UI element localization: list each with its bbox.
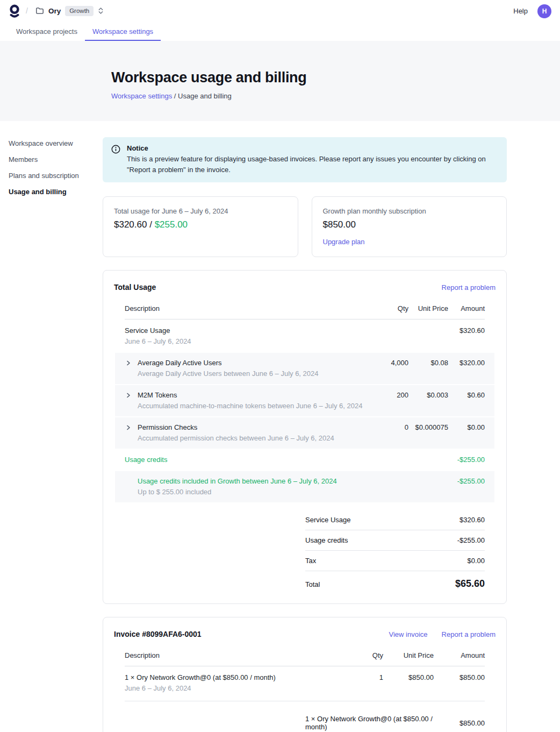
chevron-up-down-icon (98, 7, 104, 15)
summary-row-service-usage: Service Usage $320.60 (305, 510, 485, 530)
workspace-tabs: Workspace projects Workspace settings (0, 22, 560, 41)
summary-label: Usage credits (305, 536, 348, 544)
summary-value: $850.00 (460, 719, 485, 727)
row-title: Usage credits (125, 456, 363, 464)
row-subtext: June 6 – July 6, 2024 (125, 684, 338, 693)
sidebar-item-members[interactable]: Members (9, 153, 103, 166)
row-qty: 0 (363, 423, 408, 432)
summary-row-total: Total $65.60 (305, 571, 485, 589)
ory-logo[interactable] (9, 4, 20, 18)
usage-row-daily-active-users[interactable]: Average Daily Active Users Average Daily… (115, 353, 494, 384)
main-content: Notice This is a preview feature for dis… (103, 137, 507, 732)
col-qty: Qty (363, 300, 408, 319)
subscription-card: Growth plan monthly subscription $850.00… (312, 196, 507, 257)
summary-label: Service Usage (305, 516, 351, 524)
invoice-panel: Invoice #8099AFA6-0001 View invoice Repo… (103, 617, 507, 732)
panel-title: Total Usage (114, 283, 156, 292)
summary-cards: Total usage for June 6 – July 6, 2024 $3… (103, 196, 507, 257)
view-invoice-link[interactable]: View invoice (389, 630, 428, 638)
tab-workspace-projects[interactable]: Workspace projects (9, 22, 85, 41)
upgrade-plan-link[interactable]: Upgrade plan (323, 238, 365, 246)
row-unit-price: $0.08 (408, 359, 448, 367)
notice-banner: Notice This is a preview feature for dis… (103, 137, 507, 182)
row-unit-price: $0.003 (408, 391, 448, 400)
help-link[interactable]: Help (513, 7, 528, 15)
row-amount: $320.00 (448, 359, 485, 367)
sidebar-item-workspace-overview[interactable]: Workspace overview (9, 137, 103, 150)
total-usage-label: Total usage for June 6 – July 6, 2024 (114, 207, 287, 215)
invoice-table-header: Description Qty Unit Price Amount (125, 646, 485, 666)
summary-row-plan: 1 × Ory Network Growth@0 (at $850.00 / m… (305, 709, 485, 732)
summary-label: Tax (305, 557, 316, 565)
row-amount: $850.00 (434, 673, 485, 682)
invoice-table: Description Qty Unit Price Amount 1 × Or… (125, 646, 485, 732)
col-qty: Qty (338, 646, 383, 666)
page-header: Workspace usage and billing Workspace se… (0, 41, 560, 121)
invoice-line-item: 1 × Ory Network Growth@0 (at $850.00 / m… (125, 666, 485, 701)
row-qty: 4,000 (363, 359, 408, 367)
usage-table: Description Qty Unit Price Amount Servic… (125, 300, 485, 589)
total-label: Total (305, 580, 320, 588)
tab-workspace-settings[interactable]: Workspace settings (85, 22, 161, 41)
summary-value: -$255.00 (457, 536, 485, 544)
sidebar-item-plans-subscription[interactable]: Plans and subscription (9, 169, 103, 182)
summary-value: $0.00 (467, 557, 485, 565)
report-problem-link[interactable]: Report a problem (442, 630, 496, 638)
col-description: Description (125, 646, 338, 666)
total-usage-panel: Total Usage Report a problem Description… (103, 270, 507, 604)
breadcrumb: Workspace settings / Usage and billing (111, 92, 560, 100)
plan-badge: Growth (65, 6, 94, 16)
user-avatar[interactable]: H (537, 4, 551, 18)
invoice-title: Invoice #8099AFA6-0001 (114, 630, 202, 638)
row-qty: 200 (363, 391, 408, 400)
usage-row-service: Service Usage June 6 – July 6, 2024 $320… (125, 319, 485, 352)
total-usage-value: $320.60 / $255.00 (114, 219, 287, 230)
row-subtext: June 6 – July 6, 2024 (125, 337, 363, 346)
breadcrumb-settings-link[interactable]: Workspace settings (111, 92, 172, 100)
total-usage-card: Total usage for June 6 – July 6, 2024 $3… (103, 196, 298, 257)
breadcrumb-separator: / (172, 92, 178, 100)
row-amount: -$255.00 (448, 477, 485, 486)
subscription-value: $850.00 (323, 219, 496, 230)
summary-label: 1 × Ory Network Growth@0 (at $850.00 / m… (305, 715, 440, 731)
notice-body: This is a preview feature for displaying… (127, 154, 498, 175)
usage-summary: Service Usage $320.60 Usage credits -$25… (305, 510, 485, 589)
usage-row-permission-checks[interactable]: Permission Checks Accumulated permission… (115, 417, 494, 449)
settings-sidebar: Workspace overview Members Plans and sub… (0, 137, 103, 202)
row-amount: -$255.00 (448, 456, 485, 464)
summary-row-usage-credits: Usage credits -$255.00 (305, 530, 485, 551)
sidebar-item-usage-billing[interactable]: Usage and billing (9, 186, 103, 198)
summary-row-tax: Tax $0.00 (305, 551, 485, 571)
chevron-right-icon[interactable] (125, 392, 132, 399)
folder-icon (35, 6, 44, 15)
row-title: Average Daily Active Users (138, 359, 319, 367)
report-problem-link[interactable]: Report a problem (442, 283, 496, 292)
usage-row-m2m-tokens[interactable]: M2M Tokens Accumulated machine-to-machin… (115, 385, 494, 416)
chevron-right-icon[interactable] (125, 359, 132, 367)
row-amount: $0.00 (448, 423, 485, 432)
total-value: $65.60 (455, 578, 485, 589)
usage-row-credits: Usage credits -$255.00 (125, 449, 485, 470)
usage-table-header: Description Qty Unit Price Amount (125, 300, 485, 319)
workspace-switcher[interactable]: Ory Growth (33, 4, 106, 18)
breadcrumb-separator: / (26, 6, 28, 15)
col-amount: Amount (434, 646, 485, 666)
breadcrumb-current: Usage and billing (178, 92, 232, 100)
summary-value: $320.60 (460, 516, 485, 524)
col-amount: Amount (448, 300, 485, 319)
subscription-label: Growth plan monthly subscription (323, 207, 496, 215)
invoice-summary: 1 × Ory Network Growth@0 (at $850.00 / m… (305, 709, 485, 732)
row-amount: $320.60 (448, 326, 485, 335)
row-subtext: Accumulated permission checks between Ju… (138, 434, 334, 443)
col-unit-price: Unit Price (383, 646, 434, 666)
row-subtext: Up to $ 255.00 included (138, 488, 337, 496)
col-unit-price: Unit Price (408, 300, 448, 319)
row-title: M2M Tokens (138, 391, 362, 400)
usage-credit-amount: $255.00 (155, 219, 188, 230)
row-title: Usage credits included in Growth between… (138, 477, 337, 486)
row-title: 1 × Ory Network Growth@0 (at $850.00 / m… (125, 673, 338, 682)
row-unit-price: $0.000075 (408, 423, 448, 432)
col-description: Description (125, 300, 363, 319)
chevron-right-icon[interactable] (125, 424, 132, 431)
row-amount: $0.60 (448, 391, 485, 400)
